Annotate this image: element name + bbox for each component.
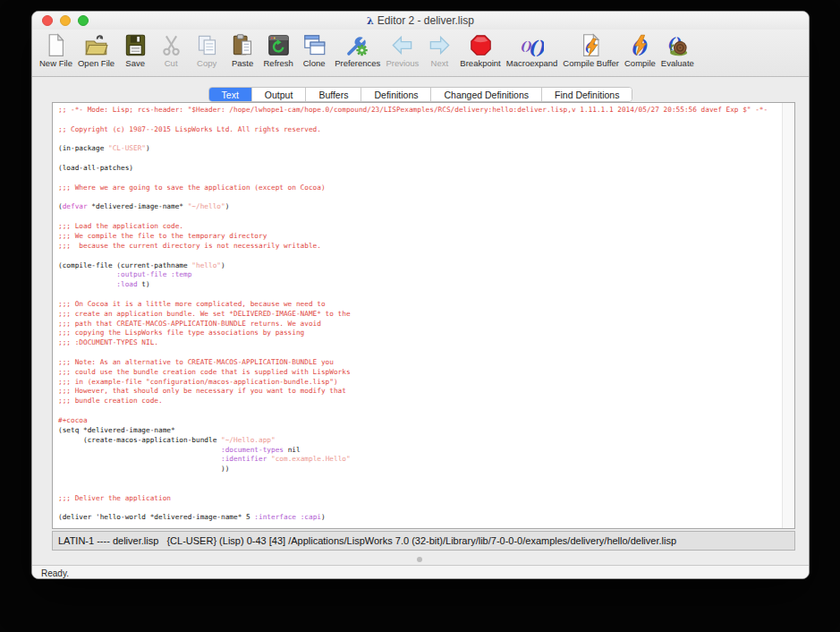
code-line: ;;; could use the bundle creation code t…: [58, 368, 780, 378]
toolbar-button-breakpoint[interactable]: Breakpoint: [460, 33, 500, 68]
code-line: ;;; Note: As an alternative to CREATE-MA…: [58, 358, 780, 368]
tab-definitions[interactable]: Definitions: [361, 88, 431, 101]
toolbar-button-refresh[interactable]: Refresh: [263, 33, 293, 68]
toolbar-button-label: Evaluate: [661, 58, 694, 68]
code-line: [58, 348, 780, 358]
toolbar-button-paste[interactable]: Paste: [227, 33, 258, 68]
paste-icon: [231, 33, 255, 57]
code-line: [58, 484, 780, 494]
code-line: ;; Copyright (c) 1987--2015 LispWorks Lt…: [58, 125, 780, 135]
code-line: (in-package "CL-USER"): [58, 144, 780, 154]
code-line: ;;; We compile the file to the temporary…: [58, 232, 780, 242]
code-line: [58, 115, 780, 125]
title-bar[interactable]: λ Editor 2 - deliver.lisp: [32, 12, 809, 30]
code-line: (load-all-patches): [58, 164, 780, 174]
toolbar-button-label: Previous: [386, 58, 419, 68]
toolbar-button-label: Preferences: [335, 58, 380, 68]
toolbar-button-evaluate[interactable]: ()Evaluate: [661, 33, 694, 68]
toolbar-button-preferences[interactable]: Preferences: [335, 33, 380, 68]
next-icon: [428, 33, 452, 57]
code-line: ;; -*- Mode: Lisp; rcs-header: "$Header:…: [58, 106, 780, 115]
tab-text[interactable]: Text: [209, 88, 252, 101]
toolbar-button-save[interactable]: Save: [120, 33, 150, 68]
toolbar-button-compile-buffer[interactable]: ()Compile Buffer: [563, 33, 619, 68]
code-line: ;;; However, that should only be necessa…: [58, 387, 780, 397]
clone-icon: [302, 33, 327, 57]
code-line: [58, 193, 780, 203]
toolbar-button-label: Save: [125, 58, 145, 68]
code-line: ;;; Deliver the application: [58, 494, 780, 504]
compile-buffer-icon: (): [579, 33, 603, 57]
toolbar-button-label: Macroexpand: [506, 58, 558, 68]
toolbar-button-clone[interactable]: Clone: [299, 33, 329, 68]
lambda-icon: λ: [367, 15, 374, 27]
editor-window: λ Editor 2 - deliver.lisp New FileOpen F…: [31, 11, 810, 579]
toolbar-button-label: Clone: [303, 58, 326, 68]
code-line: :document-types nil: [58, 446, 780, 456]
code-line: #+cocoa: [58, 416, 780, 426]
tab-find-definitions[interactable]: Find Definitions: [542, 88, 632, 101]
code-line: ;;; in (example-file "configuration/maco…: [58, 378, 780, 388]
toolbar-button-open-file[interactable]: Open File: [78, 33, 115, 68]
traffic-lights: [42, 15, 89, 26]
code-line: (compile-file (current-pathname "hello"): [58, 261, 780, 271]
tab-changed-definitions[interactable]: Changed Definitions: [431, 88, 542, 101]
toolbar-button-new-file[interactable]: New File: [39, 33, 72, 68]
code-line: ;;; On Cocoa it is a little more complic…: [58, 300, 780, 310]
code-line: [58, 504, 780, 514]
toolbar-button-label: Breakpoint: [460, 58, 500, 68]
code-editor[interactable]: ;; -*- Mode: Lisp; rcs-header: "$Header:…: [53, 103, 794, 528]
tab-segmented-control: TextOutputBuffersDefinitionsChanged Defi…: [208, 87, 633, 102]
breakpoint-icon: [469, 33, 493, 57]
code-line: (create-macos-application-bundle "~/Hell…: [58, 436, 780, 446]
vertical-scrollbar[interactable]: [782, 103, 794, 528]
refresh-icon: [267, 33, 291, 57]
toolbar-button-label: New File: [39, 58, 72, 68]
code-line: ;;; Where we are going to save the appli…: [58, 184, 780, 193]
svg-text:(): (): [528, 37, 544, 58]
code-line: ;;; bundle creation code.: [58, 397, 780, 406]
code-line: [58, 252, 780, 261]
open-file-icon: [84, 33, 108, 57]
code-line: [58, 135, 780, 145]
code-line: [58, 174, 780, 184]
toolbar-button-label: Next: [431, 58, 449, 68]
toolbar-button-copy: Copy: [191, 33, 222, 68]
toolbar-button-label: Refresh: [264, 58, 293, 68]
code-line: [58, 212, 780, 222]
code-line: ;;; path that CREATE-MACOS-APPLICATION-B…: [58, 320, 780, 329]
code-line: :identifier "com.example.Hello": [58, 455, 780, 465]
minimize-button[interactable]: [60, 15, 71, 26]
window-title-container: λ Editor 2 - deliver.lisp: [32, 14, 809, 27]
tab-buffers[interactable]: Buffers: [306, 88, 361, 101]
toolbar-button-label: Copy: [197, 58, 216, 68]
echo-message: Ready.: [41, 568, 69, 578]
toolbar-button-label: Compile Buffer: [563, 58, 619, 68]
splitter-knob[interactable]: [417, 557, 422, 562]
close-button[interactable]: [42, 15, 53, 26]
tab-output[interactable]: Output: [252, 88, 307, 101]
code-line: :output-file :temp: [58, 270, 780, 280]
copy-icon: [195, 33, 219, 57]
toolbar-button-previous: Previous: [386, 33, 419, 68]
code-line: (setq *delivered-image-name*: [58, 426, 780, 436]
macroexpand-icon: ()(): [520, 33, 544, 57]
toolbar-button-label: Cut: [165, 58, 178, 68]
code-line: ;;; Load the application code.: [58, 222, 780, 232]
compile-icon: (): [628, 33, 652, 57]
toolbar-button-macroexpand[interactable]: ()()Macroexpand: [506, 33, 558, 68]
preferences-icon: [345, 33, 369, 57]
toolbar-button-label: Open File: [78, 58, 115, 68]
toolbar-button-compile[interactable]: ()Compile: [624, 33, 656, 68]
code-line: :load t): [58, 280, 780, 290]
window-title: Editor 2 - deliver.lisp: [378, 14, 474, 27]
code-line: (defvar *delivered-image-name* "~/hello"…: [58, 202, 780, 212]
previous-icon: [390, 33, 414, 57]
code-line: (deliver 'hello-world *delivered-image-n…: [58, 513, 780, 523]
code-line: [58, 290, 780, 300]
editor-panel: ;; -*- Mode: Lisp; rcs-header: "$Header:…: [52, 102, 795, 529]
zoom-button[interactable]: [78, 15, 89, 26]
code-line: )): [58, 465, 780, 474]
save-icon: [123, 33, 148, 57]
code-line: ;;; because the current directory is not…: [58, 242, 780, 252]
